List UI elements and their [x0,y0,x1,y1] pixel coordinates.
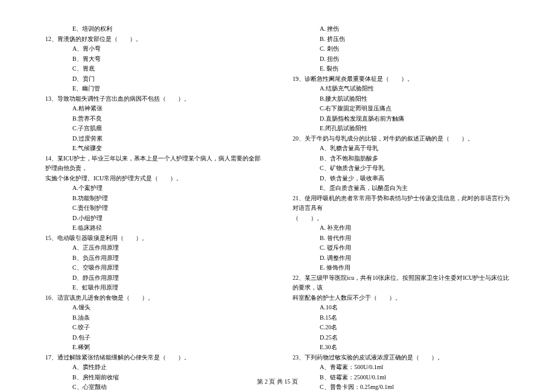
answer-option: C.子宫肌瘤 [42,124,265,134]
answer-option: B. 替代作用 [290,233,513,244]
answer-option: A.个案护理 [42,183,265,194]
answer-option: C.责任制护理 [42,203,265,213]
answer-option: D.包子 [42,333,265,343]
answer-option: D. 调整作用 [290,253,513,264]
answer-option: D.25名 [290,333,513,343]
answer-option: A.精神紧张 [42,104,265,114]
answer-option: C、矿物质含量少于母乳 [290,163,513,174]
answer-option: A、乳糖含量高于母乳 [290,144,513,154]
answer-option: E.闭孔肌试验阳性 [290,124,513,134]
answer-option: A、正压作用原理 [42,243,265,253]
page-footer: 第 2 页 共 15 页 [0,378,555,386]
answer-option: C. 驳斥作用 [290,243,513,253]
answer-option: B、含不饱和脂肪酸多 [290,154,513,164]
answer-option: C、空吸作用原理 [42,263,265,273]
answer-option: A. 补充作用 [290,223,513,233]
answer-option: C、胃底 [42,64,265,74]
question-text: 13、导致功能失调性子宫出血的病因不包括（ ）。 [42,94,265,104]
answer-option: A、窦性静止 [42,362,265,373]
answer-option: E.30名 [290,343,513,353]
answer-option: E.稀粥 [42,343,265,353]
question-text: 20、关于牛奶与母乳成分的比较，对牛奶的叙述正确的是（ ）。 [290,134,513,144]
answer-option: E.气候骤变 [42,144,265,154]
question-continuation: （ ）。 [290,213,513,224]
question-text: 17、通过解除紧张情绪能缓解的心律失常是（ ）。 [42,353,265,363]
answer-option: A.10名 [290,303,513,313]
question-continuation: 实施个体化护理。ICU常用的护理方式是（ ）。 [42,174,265,184]
left-column: E、培训的权利12、胃溃疡的好发部位是（ ）。A、胃小弯B、胃大弯C、胃底D、贲… [42,24,265,374]
answer-option: B、胃大弯 [42,54,265,65]
question-text: 12、胃溃疡的好发部位是（ ）。 [42,34,265,45]
answer-option: A、胃小弯 [42,44,265,54]
question-text: 19、诊断急性阑尾炎最重要体征是（ ）。 [290,74,513,84]
answer-option: B. 挤压伤 [290,34,513,45]
answer-option: B.功能制护理 [42,194,265,204]
answer-option: D. 扭伤 [290,54,513,65]
answer-option: A.结肠充气试验阳性 [290,84,513,94]
answer-option: B、负压作用原理 [42,253,265,264]
answer-option: B.油条 [42,313,265,323]
question-continuation: 科室配备的护士人数应不少于（ ）。 [290,293,513,303]
answer-option: D.直肠指检发现直肠右前方触痛 [290,114,513,124]
answer-option: D.过度劳累 [42,134,265,144]
answer-option: B.腰大肌试验阳性 [290,94,513,104]
answer-option: E. 修饰作用 [290,263,513,273]
answer-option: A.馒头 [42,303,265,313]
answer-option: C.右下腹固定而明显压痛点 [290,104,513,114]
question-text: 15、电动吸引器吸痰是利用（ ）。 [42,233,265,244]
answer-option: C. 刺伤 [290,44,513,54]
answer-option: B.15名 [290,313,513,323]
answer-option: A. 挫伤 [290,24,513,34]
answer-option: E.临床路径 [42,223,265,233]
question-text: 23、下列药物过敏实验的皮试液浓度正确的是（ ）。 [290,353,513,363]
question-text: 21、使用呼吸机的患者常常用手势和表情与护士传递交流信息，此时的非语言行为对语言… [290,194,513,213]
answer-option: E、蛋白质含量高，以酪蛋白为主 [290,183,513,194]
answer-option: C.饺子 [42,323,265,333]
answer-option: E、培训的权利 [42,24,265,34]
answer-option: B.营养不良 [42,114,265,124]
right-column: A. 挫伤B. 挤压伤C. 刺伤D. 扭伤E. 裂伤19、诊断急性阑尾炎最重要体… [290,24,513,374]
answer-option: E. 裂伤 [290,64,513,74]
answer-option: E、幽门管 [42,84,265,94]
answer-option: D、静压作用原理 [42,273,265,283]
question-text: 14、某ICU护士，毕业三年以来，基本上是一个人护理某个病人，病人需要的全部护理… [42,154,265,174]
answer-option: E、虹吸作用原理 [42,283,265,293]
answer-option: A、青霉素：500U/0.1ml [290,362,513,373]
answer-option: D、贲门 [42,74,265,84]
answer-option: D.小组护理 [42,213,265,224]
question-text: 16、适宜该患儿进食的食物是（ ）。 [42,293,265,303]
question-text: 22、某三级甲等医院icu，共有10张床位。按照国家卫生计生委对ICU护士与床位… [290,273,513,293]
answer-option: C.20名 [290,323,513,333]
answer-option: D、铁含量少，吸收率高 [290,174,513,184]
